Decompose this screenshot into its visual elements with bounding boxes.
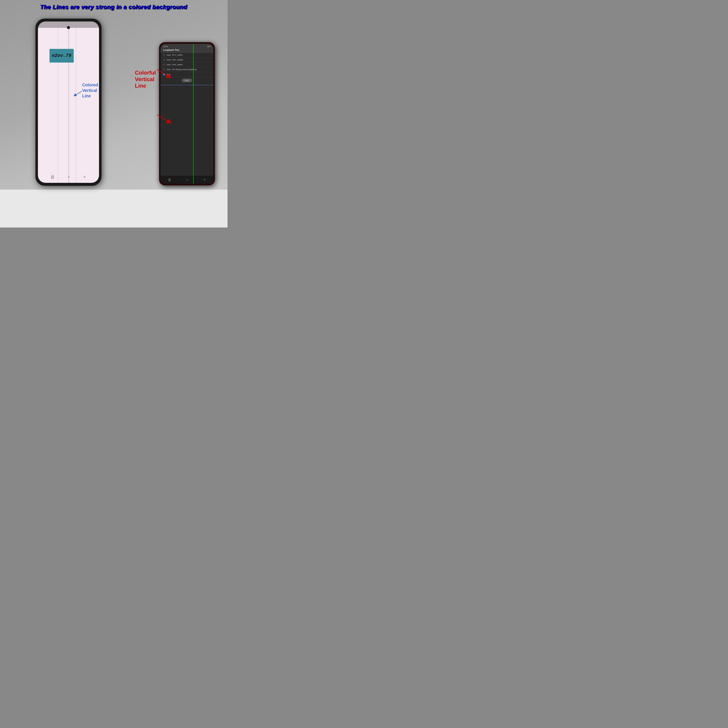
vertical-line-3 bbox=[76, 21, 76, 183]
vertical-line-2 bbox=[69, 21, 69, 183]
left-annotation-arrow bbox=[74, 90, 82, 96]
right-arrow-top bbox=[155, 67, 172, 80]
menu-label-spk3: Start : SPK_3rdMic bbox=[167, 64, 183, 66]
page-title: The Lines are very strong in a colored b… bbox=[0, 4, 228, 11]
right-nav-back-icon[interactable]: < bbox=[204, 178, 206, 181]
right-annotation: Colorful Vertical Line bbox=[135, 69, 156, 89]
right-nav-home-icon[interactable]: ○ bbox=[187, 178, 188, 181]
svg-line-1 bbox=[157, 69, 169, 77]
svg-line-0 bbox=[75, 91, 82, 95]
left-annotation-text: Colored Vertical Line bbox=[82, 82, 98, 99]
right-annotation-label: Colorful Vertical Line bbox=[135, 69, 156, 89]
right-status-time: 16:53 bbox=[163, 46, 168, 47]
radio-rcv bbox=[163, 54, 165, 56]
right-phone-header: 16:53 32% Loopback Test bbox=[161, 44, 213, 53]
right-menu-item-3[interactable]: Start : SPK_3rdMic bbox=[161, 62, 213, 67]
radio-spk2 bbox=[163, 59, 165, 61]
right-nav-bar: ||| ○ < bbox=[161, 176, 213, 184]
menu-label-spk2: Start : SPK_2ndMic bbox=[167, 59, 183, 61]
label-sticker: n2ov.79 bbox=[49, 49, 74, 63]
left-annotation: Colored Vertical Line bbox=[82, 82, 98, 99]
horizontal-line-blue bbox=[161, 85, 213, 85]
left-phone-camera bbox=[67, 26, 70, 29]
right-menu-item-1[interactable]: Start : RCV_1stMic bbox=[161, 53, 213, 58]
right-nav-recents-icon[interactable]: ||| bbox=[168, 178, 171, 181]
green-vertical-line bbox=[193, 44, 194, 184]
left-annotation-label: Colored Vertical Line bbox=[82, 83, 98, 98]
menu-label-rcv: Start : RCV_1stMic bbox=[167, 54, 183, 56]
nav-back-icon[interactable]: < bbox=[84, 174, 86, 179]
right-menu-item-2[interactable]: Start : SPK_2ndMic bbox=[161, 58, 213, 62]
left-phone: n2ov.79 ||| ○ < bbox=[36, 19, 101, 185]
sticker-text: n2ov.79 bbox=[52, 53, 71, 58]
right-app-title: Loopback Test bbox=[163, 49, 211, 51]
nav-recents-icon[interactable]: ||| bbox=[51, 174, 54, 179]
exit-button[interactable]: EXIT bbox=[182, 79, 192, 83]
right-status-battery: 32% bbox=[207, 46, 211, 47]
nav-home-icon[interactable]: ○ bbox=[67, 174, 70, 179]
left-phone-screen: n2ov.79 ||| ○ < bbox=[38, 21, 99, 183]
shelf bbox=[0, 190, 228, 228]
right-status-bar: 16:53 32% bbox=[163, 46, 211, 47]
right-arrow-bottom bbox=[155, 113, 172, 125]
right-annotation-text: Colorful Vertical Line bbox=[135, 69, 156, 89]
radio-spk3 bbox=[163, 64, 165, 66]
svg-line-2 bbox=[157, 115, 169, 122]
left-nav-bar: ||| ○ < bbox=[38, 174, 99, 179]
